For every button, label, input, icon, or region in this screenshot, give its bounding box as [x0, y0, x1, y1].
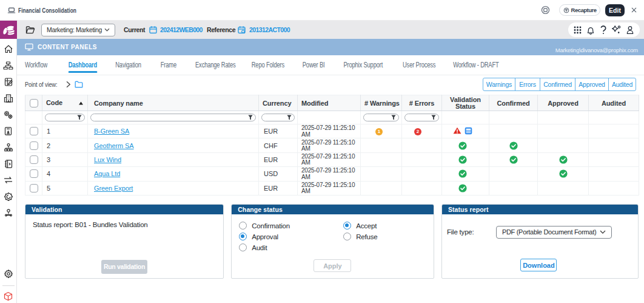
filter-input--errors[interactable]: [404, 114, 439, 121]
sidebar-exchange-icon[interactable]: [0, 172, 17, 188]
sidebar-company-icon[interactable]: [0, 90, 17, 106]
confirmed-filter-button[interactable]: Confirmed: [540, 78, 575, 91]
filter-input-currency[interactable]: [261, 114, 295, 121]
select-all-header[interactable]: [25, 95, 42, 111]
brand-logo[interactable]: [0, 21, 17, 39]
chevron-right-icon[interactable]: [66, 81, 71, 88]
approved-cell: [538, 181, 589, 195]
tab-prophix-support[interactable]: Prophix Support: [343, 55, 383, 75]
help-icon[interactable]: [600, 26, 606, 35]
capture-icon[interactable]: [541, 5, 550, 15]
warning-count-badge[interactable]: 1: [375, 128, 383, 135]
warnings-filter-button[interactable]: Warnings: [483, 78, 515, 91]
edit-button[interactable]: Edit: [605, 4, 625, 16]
sidebar-hierarchy-icon[interactable]: [0, 139, 17, 155]
validation-cell: [442, 152, 489, 166]
notifications-bell-icon[interactable]: [586, 26, 595, 35]
row-checkbox[interactable]: [30, 141, 38, 150]
column-header-currency[interactable]: Currency: [259, 95, 298, 111]
error-count-badge[interactable]: 2: [414, 128, 421, 135]
radio-refuse[interactable]: Refuse: [338, 233, 377, 240]
column-header--errors[interactable]: # Errors: [402, 95, 442, 111]
folder-icon[interactable]: [25, 26, 35, 35]
sidebar-binder-icon[interactable]: [0, 155, 17, 172]
validation-report-icon[interactable]: [465, 127, 472, 136]
filter-row: [25, 111, 639, 124]
reference-calendar-icon[interactable]: [238, 26, 246, 34]
tab-navigation[interactable]: Navigation: [115, 55, 141, 75]
confirmed-check-icon: [509, 141, 518, 149]
radio-accept[interactable]: Accept: [338, 222, 377, 230]
tab-frame[interactable]: Frame: [161, 55, 176, 75]
ai-sparkle-icon[interactable]: [611, 25, 621, 35]
company-cell: Aqua Ltd: [88, 167, 259, 181]
radio-approval[interactable]: Approval: [234, 233, 290, 240]
pov-folder-icon[interactable]: [75, 81, 83, 88]
filter-input-code[interactable]: [45, 114, 85, 121]
approved-filter-button[interactable]: Approved: [575, 78, 609, 91]
prophix-cube-icon[interactable]: [0, 290, 17, 303]
apps-grid-icon[interactable]: [574, 26, 582, 34]
column-header-confirmed[interactable]: Confirmed: [489, 95, 538, 111]
sidebar-settings-gear-icon[interactable]: [0, 265, 17, 282]
tab-exchange-rates[interactable]: Exchange Rates: [195, 55, 236, 75]
row-checkbox[interactable]: [30, 169, 38, 178]
company-link[interactable]: B-Green SA: [94, 128, 129, 135]
code-cell: 2: [42, 138, 88, 152]
apply-button[interactable]: Apply: [314, 259, 351, 272]
column-header-approved[interactable]: Approved: [538, 95, 589, 111]
radio-confirmation[interactable]: Confirmation: [234, 222, 290, 230]
row-checkbox[interactable]: [30, 155, 38, 164]
column-header-modified[interactable]: Modified: [298, 95, 361, 111]
sidebar-home-icon[interactable]: [0, 41, 17, 57]
filter-input--warnings[interactable]: [363, 114, 399, 121]
select-all-checkbox[interactable]: [30, 99, 38, 107]
sidebar-journal-icon[interactable]: [0, 73, 17, 90]
sidebar-process-gears-icon[interactable]: [0, 106, 17, 123]
current-scenario-link[interactable]: 202412WEB000: [160, 26, 203, 33]
errors-filter-button[interactable]: Errors: [515, 78, 540, 91]
filter-input-company-name[interactable]: [90, 114, 256, 121]
sidebar-user-process-icon[interactable]: [0, 205, 17, 221]
tab-workflow-draft[interactable]: Workflow - DRAFT: [453, 55, 498, 75]
company-link[interactable]: Geotherm SA: [94, 142, 134, 149]
audited-filter-button[interactable]: Audited: [608, 78, 636, 91]
confirmed-cell: [489, 167, 538, 181]
tab-repo-folders[interactable]: Repo Folders: [252, 55, 284, 75]
sidebar-workflow-icon[interactable]: [0, 57, 17, 73]
column-header-code[interactable]: Code: [42, 95, 88, 111]
company-link[interactable]: Green Export: [94, 185, 133, 192]
company-link[interactable]: Aqua Ltd: [94, 170, 120, 177]
row-checkbox[interactable]: [30, 184, 38, 192]
column-header-company-name[interactable]: Company name: [88, 95, 259, 111]
validation-error-icon[interactable]: [453, 127, 461, 135]
sidebar-report-icon[interactable]: [0, 123, 17, 139]
scenario-select[interactable]: Marketing: Marketing: [41, 24, 115, 36]
column-header-audited[interactable]: Audited: [589, 95, 639, 111]
column-header-validation-status[interactable]: Validation Status: [442, 95, 489, 111]
file-type-select[interactable]: PDF (Portable Document Format): [496, 226, 612, 239]
close-icon[interactable]: [631, 7, 637, 13]
radio-circle-icon[interactable]: [239, 243, 247, 251]
tab-workflow[interactable]: Workflow: [25, 55, 47, 75]
tab-dashboard[interactable]: Dashboard: [69, 55, 97, 75]
recapture-button[interactable]: Recapture: [559, 4, 600, 16]
user-icon[interactable]: [626, 26, 634, 35]
validation-ok-icon: [458, 169, 467, 177]
current-calendar-icon[interactable]: [149, 26, 157, 34]
sidebar-config-icon[interactable]: [0, 188, 17, 205]
tab-user-process[interactable]: User Process: [403, 55, 435, 75]
radio-audit[interactable]: Audit: [234, 243, 290, 251]
radio-circle-icon[interactable]: [239, 222, 247, 230]
modified-cell: 2025-07-29 11:25:10 AM: [298, 152, 361, 166]
radio-circle-icon[interactable]: [239, 233, 247, 240]
column-header--warnings[interactable]: # Warnings: [361, 95, 402, 111]
company-link[interactable]: Lux Wind: [94, 156, 121, 163]
tab-power-bi[interactable]: Power BI: [303, 55, 325, 75]
row-checkbox[interactable]: [30, 127, 38, 135]
radio-circle-icon[interactable]: [343, 222, 351, 230]
reference-scenario-link[interactable]: 201312ACT000: [249, 26, 290, 33]
run-validation-button[interactable]: Run validation: [101, 260, 147, 274]
radio-circle-icon[interactable]: [343, 233, 351, 240]
download-button[interactable]: Download: [520, 259, 557, 271]
